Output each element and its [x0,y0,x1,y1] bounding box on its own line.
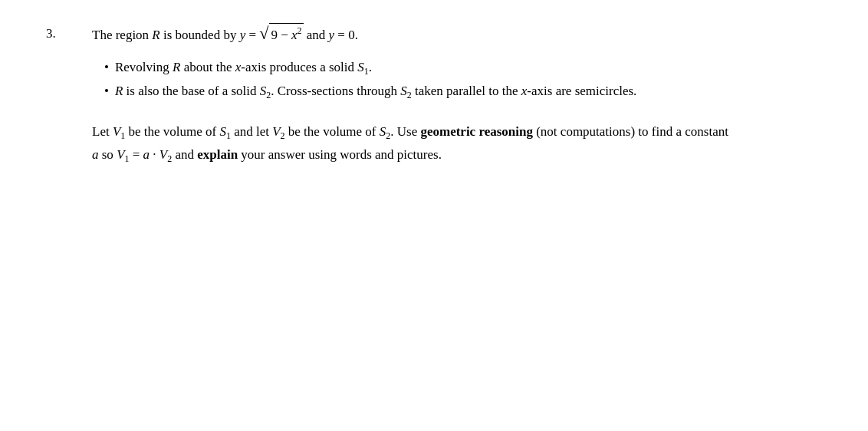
sub-1-fu2: 1 [226,131,231,142]
sub-1-b1: 1 [364,66,369,77]
bullet-text-1: Revolving R about the x-axis produces a … [115,57,372,79]
var-S2-b2b: S [400,84,407,98]
var-a: a [92,147,99,162]
var-x-b1: x [235,60,242,74]
var-S2-fu: S [380,124,386,139]
sub-2-b2b: 2 [407,90,412,100]
var-V1: V [113,124,120,139]
sub-2-fu3: 2 [167,154,172,165]
var-R-b1: R [173,60,180,74]
var-y1: y [240,28,246,42]
follow-up-paragraph: Let V1 be the volume of S1 and let V2 be… [92,121,822,167]
bullet-list: • Revolving R about the x-axis produces … [104,57,822,104]
var-a-2: a [143,147,150,162]
sub-2-fu: 2 [281,131,285,142]
sub-2-b2: 2 [266,90,271,100]
problem-statement: The region R is bounded by y = √9 − x2 a… [92,23,822,46]
var-V2-2: V [159,147,167,162]
problem-header: 3. The region R is bounded by y = √9 − x… [46,23,822,168]
sqrt-content: 9 − x2 [269,23,303,45]
bullet-text-2: R is also the base of a solid S2. Cross-… [115,81,636,103]
problem-container: 3. The region R is bounded by y = √9 − x… [46,23,822,168]
var-R: R [152,28,159,42]
sqrt-expression: √9 − x2 [259,23,303,45]
bold-explain: explain [197,147,238,162]
var-S1-fu: S [219,124,226,139]
var-S1: S [357,60,364,74]
bullet-item-2: • R is also the base of a solid S2. Cros… [104,81,822,103]
var-V2: V [272,124,280,139]
var-V1-2: V [117,147,124,162]
sub-2-fu2: 2 [386,131,390,142]
var-R-b2: R [115,84,123,98]
problem-number: 3. [46,23,92,44]
var-x-b2: x [521,84,528,98]
bullet-dot-2: • [104,81,109,101]
sub-1-fu3: 1 [125,154,130,165]
sqrt-symbol: √ [259,25,268,42]
bullet-item-1: • Revolving R about the x-axis produces … [104,57,822,79]
bullet-dot-1: • [104,57,109,77]
bold-geometric: geometric reasoning [420,124,533,139]
problem-body: The region R is bounded by y = √9 − x2 a… [92,23,822,168]
var-y2: y [329,28,335,42]
sub-1-fu: 1 [120,131,125,142]
